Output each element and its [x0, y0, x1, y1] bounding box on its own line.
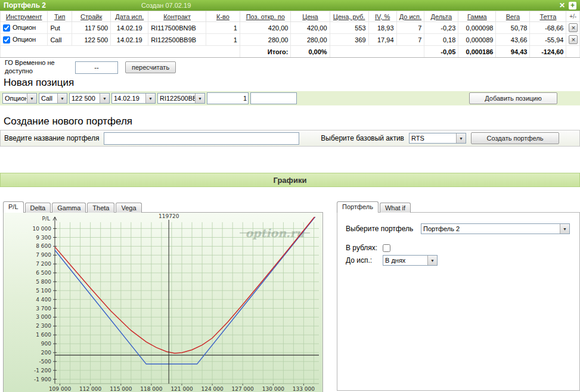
totals-cell [1, 46, 240, 58]
totals-cell [330, 46, 424, 58]
in-rubles-checkbox[interactable] [383, 244, 390, 252]
svg-text:option.ru: option.ru [246, 226, 305, 239]
totals-cell: 0,00% [291, 46, 330, 58]
tab-vega[interactable]: Vega [116, 203, 141, 213]
column-header[interactable]: До исп. [396, 11, 424, 22]
chevron-down-icon: ▼ [456, 133, 466, 143]
column-header[interactable]: Страйк [72, 11, 111, 22]
svg-text:5 800: 5 800 [36, 279, 51, 285]
chevron-down-icon: ▼ [100, 94, 109, 103]
column-header[interactable]: Дельта [424, 11, 458, 22]
cell-contract: RI117500BN9B [148, 22, 206, 34]
option-type-select[interactable]: Call ▼ [39, 93, 67, 104]
remove-row-button[interactable]: ✕ [569, 35, 578, 44]
cell-price: 280,00 [291, 34, 330, 46]
column-header[interactable]: IV, % [368, 11, 396, 22]
column-header[interactable]: К-во [206, 11, 240, 22]
base-asset-label: Выберите базовый актив [321, 134, 404, 142]
create-portfolio-bar: Введите название портфеля Выберите базов… [0, 130, 580, 147]
price-input[interactable] [250, 92, 297, 104]
cell-delta: 0,18 [424, 34, 458, 46]
base-asset-select[interactable]: RTS ▼ [409, 133, 466, 144]
svg-text:6 500: 6 500 [36, 270, 51, 276]
cell-remove: ✕ [566, 34, 580, 46]
chart-settings-column: ПортфельWhat if Выберите портфель Портфе… [337, 201, 580, 392]
svg-text:1 600: 1 600 [36, 332, 51, 338]
column-header[interactable]: Поз. откр. по [240, 11, 290, 22]
column-header[interactable]: Дата исп. [111, 11, 148, 22]
chart-tabs: P/LDeltaGammaThetaVega [3, 201, 323, 212]
totals-cell: -124,60 [530, 46, 566, 58]
select-portfolio-label: Выберите портфель [346, 225, 421, 233]
portfolio-title: Портфель 2 [4, 1, 46, 10]
cell-delta: -0,23 [424, 22, 458, 34]
chevron-down-icon: ▼ [427, 256, 437, 265]
svg-text:112 000: 112 000 [79, 386, 101, 392]
cell-days: 7 [396, 34, 424, 46]
days-mode-select[interactable]: В днях ▼ [383, 255, 438, 266]
add-icon[interactable]: + [569, 2, 576, 10]
create-portfolio-button[interactable]: Создать портфель [471, 132, 559, 144]
table-row: ОпционCall122 50014.02.19RI122500BB9B128… [1, 34, 580, 46]
new-position-heading: Новая позиция [4, 76, 580, 89]
cell-gamma: 0,000098 [458, 22, 496, 34]
instrument-select[interactable]: Опцион ▼ [2, 93, 37, 104]
cell-gamma: 0,000089 [458, 34, 496, 46]
tab-gamma[interactable]: Gamma [52, 203, 86, 213]
charts-section-title: Графики [0, 173, 580, 187]
svg-text:900: 900 [41, 341, 51, 347]
column-header[interactable]: Гамма [458, 11, 496, 22]
add-position-button[interactable]: Добавить позицию [469, 92, 557, 104]
cell-expiry: 14.02.19 [111, 34, 148, 46]
expiry-select[interactable]: 14.02.19 ▼ [111, 93, 156, 104]
contract-select[interactable]: RI122500BB9B ▼ [157, 93, 205, 104]
remove-row-button[interactable]: ✕ [569, 23, 578, 32]
portfolio-titlebar: Портфель 2 Создан 07.02.19 ✕ + [0, 0, 580, 11]
svg-text:121 000: 121 000 [170, 386, 193, 392]
cell-price: 420,00 [291, 22, 330, 34]
svg-text:109 000: 109 000 [49, 386, 71, 392]
in-rubles-row: В рублях: [337, 244, 579, 252]
column-header[interactable]: Цена [291, 11, 330, 22]
cell-strike: 122 500 [72, 34, 111, 46]
cell-type: Put [48, 22, 72, 34]
strike-select[interactable]: 122 500 ▼ [69, 93, 110, 104]
portfolio-created-date: Создан 07.02.19 [141, 2, 191, 9]
column-header[interactable]: Инструмент [1, 11, 48, 22]
quantity-input[interactable] [207, 92, 249, 104]
portfolio-panel: Выберите портфель Портфель 2 ▼ В рублях:… [337, 212, 580, 391]
column-header[interactable]: Тетта [530, 11, 566, 22]
cell-vega: 43,66 [496, 34, 530, 46]
days-to-expiry-label: До исп.: [346, 256, 383, 265]
column-header[interactable]: Цена, руб. [330, 11, 368, 22]
svg-text:7 900: 7 900 [36, 252, 51, 258]
column-header[interactable]: Контракт [148, 11, 206, 22]
totals-cell: Итого: [240, 46, 290, 58]
tab-what-if[interactable]: What if [380, 203, 411, 213]
go-value-input[interactable] [75, 61, 118, 74]
cell-open_pos: 280,00 [240, 34, 290, 46]
portfolio-select[interactable]: Портфель 2 ▼ [421, 223, 570, 234]
tab-p-l[interactable]: P/L [3, 201, 24, 213]
tab-theta[interactable]: Theta [87, 203, 114, 213]
close-icon[interactable]: ✕ [559, 1, 565, 10]
totals-cell: 0,000186 [458, 46, 496, 58]
cell-open_pos: 420,00 [240, 22, 290, 34]
column-header[interactable]: Тип [48, 11, 72, 22]
instrument-label: Опцион [13, 36, 36, 43]
row-enabled-checkbox[interactable] [3, 24, 10, 32]
options-portfolio-app: Портфель 2 Создан 07.02.19 ✕ + Инструмен… [0, 0, 580, 392]
svg-text:130 000: 130 000 [262, 386, 284, 392]
chart-settings-tabs: ПортфельWhat if [337, 201, 580, 212]
tab-портфель[interactable]: Портфель [337, 201, 379, 213]
cell-days: 7 [396, 22, 424, 34]
tab-delta[interactable]: Delta [25, 203, 51, 213]
svg-text:127 000: 127 000 [232, 386, 254, 392]
in-rubles-label: В рублях: [346, 244, 383, 252]
column-header[interactable]: Вега [496, 11, 530, 22]
cell-qty: 1 [206, 22, 240, 34]
recalculate-button[interactable]: пересчитать [125, 61, 176, 73]
chevron-down-icon: ▼ [560, 224, 569, 234]
portfolio-name-input[interactable] [104, 132, 299, 145]
row-enabled-checkbox[interactable] [3, 36, 10, 43]
